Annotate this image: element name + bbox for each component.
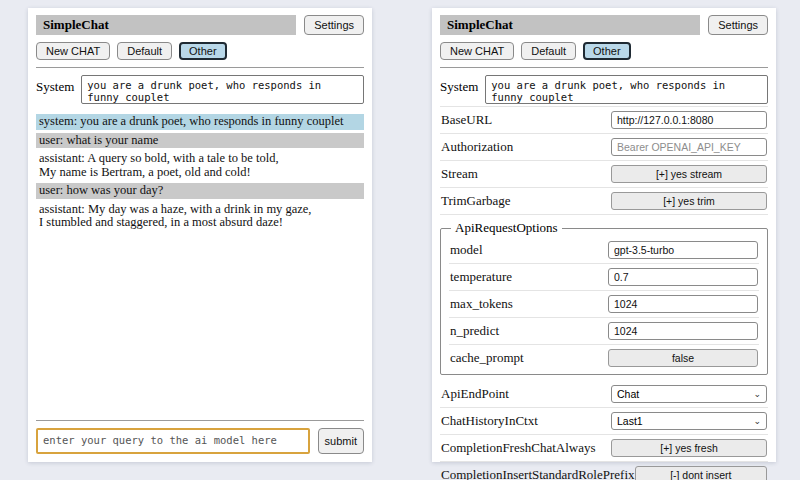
message-line: user: how was your day? [39, 184, 361, 198]
message-line: user: what is your name [39, 134, 361, 148]
setting-label: CompletionInsertStandardRolePrefix [441, 467, 635, 480]
setting-row-cache-prompt: cache_prompt false [449, 345, 759, 371]
message-line: I stumbled and staggered, in a most absu… [39, 216, 361, 230]
session-tab-default[interactable]: Default [117, 42, 172, 60]
app-title: SimpleChat [36, 15, 296, 35]
message-line: system: you are a drunk poet, who respon… [39, 115, 361, 129]
settings-button[interactable]: Settings [304, 15, 364, 35]
api-endpoint-select[interactable]: Chat ⌄ [611, 385, 767, 403]
chat-history-in-ctxt-select[interactable]: Last1 ⌄ [611, 412, 767, 430]
stream-toggle-button[interactable]: [+] yes stream [611, 165, 767, 183]
divider [36, 67, 364, 68]
authorization-input[interactable] [611, 138, 767, 156]
session-tab-other[interactable]: Other [179, 42, 227, 60]
setting-label: cache_prompt [450, 350, 524, 366]
message-line: assistant: A query so bold, with a tale … [39, 152, 361, 166]
app-title: SimpleChat [440, 15, 700, 35]
system-prompt-input[interactable]: you are a drunk poet, who responds in fu… [81, 75, 364, 104]
setting-row-chathistoryinctxt: ChatHistoryInCtxt Last1 ⌄ [440, 408, 768, 435]
setting-label: TrimGarbage [441, 193, 511, 209]
setting-label: BaseURL [441, 112, 492, 128]
settings-panel: SimpleChat Settings New CHAT Default Oth… [432, 8, 776, 462]
setting-row-trimgarbage: TrimGarbage [+] yes trim [440, 188, 768, 215]
completion-fresh-toggle-button[interactable]: [+] yes fresh [611, 439, 767, 457]
system-prompt-input[interactable]: you are a drunk poet, who responds in fu… [485, 75, 768, 104]
chat-message-assistant: assistant: A query so bold, with a tale … [36, 151, 364, 180]
divider [36, 420, 364, 421]
setting-label: CompletionFreshChatAlways [441, 440, 596, 456]
setting-row-n-predict: n_predict [449, 318, 759, 345]
chat-panel: SimpleChat Settings New CHAT Default Oth… [28, 8, 372, 462]
setting-label: ChatHistoryInCtxt [441, 413, 538, 429]
fieldset-legend: ApiRequestOptions [451, 220, 562, 236]
setting-row-completioninsertstandardroleprefix: CompletionInsertStandardRolePrefix [-] d… [440, 462, 768, 480]
setting-label: Stream [441, 166, 478, 182]
baseurl-input[interactable] [611, 111, 767, 129]
setting-label: model [450, 242, 483, 258]
completion-insert-toggle-button[interactable]: [-] dont insert [635, 466, 767, 480]
max-tokens-input[interactable] [608, 295, 758, 313]
model-input[interactable] [608, 241, 758, 259]
message-line: assistant: My day was a haze, with a dri… [39, 203, 361, 217]
query-input[interactable] [36, 428, 310, 454]
chat-message-user: user: what is your name [36, 133, 364, 149]
divider [440, 67, 768, 68]
query-area: submit [36, 413, 364, 454]
chat-message-assistant: assistant: My day was a haze, with a dri… [36, 202, 364, 231]
select-value: Last1 [617, 415, 643, 427]
setting-row-baseurl: BaseURL [440, 106, 768, 134]
setting-label: Authorization [441, 139, 513, 155]
setting-row-temperature: temperature [449, 264, 759, 291]
session-buttons: New CHAT Default Other [36, 42, 364, 60]
n-predict-input[interactable] [608, 322, 758, 340]
session-tab-other[interactable]: Other [583, 42, 631, 60]
api-request-options-fieldset: ApiRequestOptions model temperature max_… [440, 220, 768, 375]
message-line: My name is Bertram, a poet, old and cold… [39, 166, 361, 180]
system-label: System [440, 75, 478, 95]
setting-row-apiendpoint: ApiEndPoint Chat ⌄ [440, 381, 768, 408]
new-chat-button[interactable]: New CHAT [440, 42, 514, 60]
trimgarbage-toggle-button[interactable]: [+] yes trim [611, 192, 767, 210]
setting-label: max_tokens [450, 296, 513, 312]
submit-button[interactable]: submit [318, 428, 364, 454]
chat-panel-titlebar: SimpleChat Settings [36, 15, 364, 35]
select-value: Chat [617, 388, 639, 400]
system-label: System [36, 75, 74, 95]
setting-label: temperature [450, 269, 512, 285]
session-buttons: New CHAT Default Other [440, 42, 768, 60]
system-prompt-row: System you are a drunk poet, who respond… [440, 75, 768, 104]
new-chat-button[interactable]: New CHAT [36, 42, 110, 60]
chat-message-user: user: how was your day? [36, 183, 364, 199]
temperature-input[interactable] [608, 268, 758, 286]
setting-row-max-tokens: max_tokens [449, 291, 759, 318]
desktop: SimpleChat Settings New CHAT Default Oth… [0, 0, 800, 462]
setting-row-completionfreshchatalways: CompletionFreshChatAlways [+] yes fresh [440, 435, 768, 462]
chat-message-system: system: you are a drunk poet, who respon… [36, 114, 364, 130]
system-prompt-row: System you are a drunk poet, who respond… [36, 75, 364, 104]
settings-panel-titlebar: SimpleChat Settings [440, 15, 768, 35]
setting-row-model: model [449, 237, 759, 264]
setting-row-authorization: Authorization [440, 134, 768, 161]
settings-button[interactable]: Settings [708, 15, 768, 35]
session-tab-default[interactable]: Default [521, 42, 576, 60]
cache-prompt-toggle-button[interactable]: false [608, 349, 758, 367]
chevron-down-icon: ⌄ [753, 417, 761, 425]
chevron-down-icon: ⌄ [753, 390, 761, 398]
setting-label: n_predict [450, 323, 499, 339]
chat-log: system: you are a drunk poet, who respon… [36, 114, 364, 413]
setting-row-stream: Stream [+] yes stream [440, 161, 768, 188]
setting-label: ApiEndPoint [441, 386, 509, 402]
settings-list: BaseURL Authorization Stream [+] yes str… [440, 106, 768, 480]
